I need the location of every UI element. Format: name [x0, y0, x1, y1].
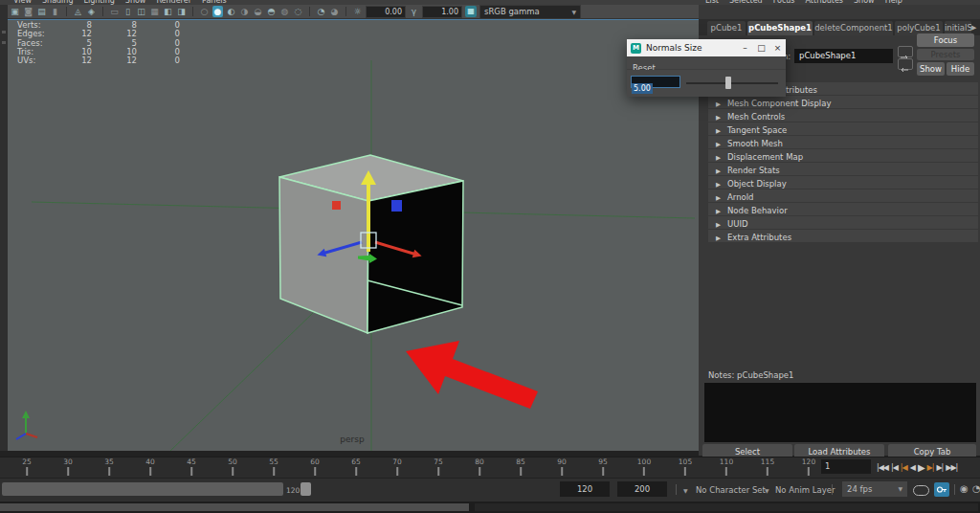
hide-button[interactable]: Hide [947, 62, 974, 76]
node-name-field[interactable]: pCubeShape1 [794, 49, 893, 63]
chevron-right-icon: ▶ [716, 141, 721, 148]
gate-mask-icon[interactable]: ◫ [136, 6, 146, 17]
clock-icon[interactable]: ◔ [972, 483, 980, 494]
close-icon[interactable]: × [769, 39, 786, 56]
section-mesh-component-display[interactable]: ▶Mesh Component Display [708, 96, 978, 108]
smooth-shade-icon[interactable]: ● [212, 6, 223, 17]
tab-deletecomponent1[interactable]: deleteComponent1 [814, 21, 893, 35]
use-all-lights-icon[interactable]: ◒ [253, 6, 263, 17]
wireframe-on-shaded-icon[interactable]: ◐ [226, 6, 236, 17]
tab-pcubeshape1[interactable]: pCubeShape1 [747, 21, 813, 35]
playback-start-field[interactable]: 120 [560, 481, 610, 497]
perspective-viewport[interactable]: Verts:880 Edges:12120 Faces:550 Tris:101… [8, 19, 699, 451]
auto-key-icon[interactable] [934, 482, 949, 497]
section-extra-attributes[interactable]: ▶Extra Attributes [708, 230, 978, 242]
playback-range-bar[interactable] [2, 482, 283, 496]
resolution-gate-icon[interactable]: ▯ [122, 6, 133, 17]
manipulator-plane-x-icon[interactable] [332, 201, 341, 210]
loop-toggle-icon[interactable] [913, 485, 929, 496]
section-displacement-map[interactable]: ▶Displacement Map [708, 149, 978, 162]
view-transform-value: sRGB gamma [484, 6, 540, 18]
slider-handle[interactable] [725, 77, 731, 89]
maximize-icon[interactable]: □ [753, 39, 769, 56]
chevron-down-icon: ▼ [898, 481, 902, 497]
safe-action-icon[interactable]: ◧ [163, 6, 173, 17]
image-plane-icon[interactable]: ◬ [73, 6, 83, 17]
camera-attributes-icon[interactable]: ▤ [36, 6, 47, 17]
list-input-connections-icon[interactable] [898, 46, 913, 57]
bookmarks-icon[interactable]: ▮ [50, 6, 60, 17]
section-uuid[interactable]: ▶UUID [708, 216, 978, 229]
section-arnold[interactable]: ▶Arnold [708, 190, 978, 202]
tab-pcube1[interactable]: pCube1 [707, 21, 746, 35]
ssao-icon[interactable]: ◍ [279, 6, 290, 17]
go-to-end-button[interactable]: ▶▶| [946, 463, 957, 472]
range-end-handle[interactable] [301, 482, 311, 496]
xray-icon[interactable]: ◕ [329, 6, 340, 17]
step-forward-key-button[interactable]: ▶| [936, 463, 943, 472]
anim-layer-selector[interactable]: No Anim Layer [775, 485, 835, 495]
select-camera-icon[interactable]: ▣ [10, 6, 20, 17]
fps-dropdown[interactable]: 24 fps ▼ [842, 481, 907, 497]
film-gate-icon[interactable]: ▭ [109, 6, 120, 17]
toolbar-separator [102, 7, 103, 16]
timeline-tick: 40 [145, 458, 155, 476]
play-backward-button[interactable]: ◀ [910, 463, 915, 472]
section-object-display[interactable]: ▶Object Display [708, 176, 978, 189]
presets-button[interactable]: Presets [917, 49, 974, 60]
pan-zoom-icon[interactable]: ◈ [86, 6, 97, 17]
manipulator-plane-z-icon[interactable] [391, 200, 402, 212]
exposure-icon[interactable]: ☼ [352, 6, 363, 17]
exposure-field[interactable]: 0.00 [366, 6, 406, 18]
preferences-icon[interactable]: ◉ [960, 483, 969, 494]
focus-button[interactable]: Focus [917, 33, 974, 47]
chevron-right-icon: ▶ [716, 208, 721, 215]
motion-blur-icon[interactable]: ◌ [293, 6, 303, 17]
playback-end-field[interactable]: 200 [617, 481, 667, 497]
time-slider[interactable]: 25 30 35 40 45 50 55 60 65 70 75 80 85 9… [0, 457, 980, 478]
notes-field[interactable] [704, 383, 976, 442]
show-button[interactable]: Show [917, 62, 945, 76]
hud-row: UVs:12120 [17, 56, 180, 65]
step-back-frame-button[interactable]: |◀ [901, 463, 907, 472]
section-render-stats[interactable]: ▶Render Stats [708, 163, 978, 175]
current-frame-field[interactable]: 1 [821, 459, 871, 474]
minimize-icon[interactable]: – [737, 39, 753, 56]
step-forward-frame-button[interactable]: ▶| [927, 463, 934, 472]
play-forward-button[interactable]: ▶ [918, 462, 924, 473]
chevron-down-icon[interactable]: ▼ [683, 487, 688, 494]
safe-title-icon[interactable]: ◨ [176, 6, 187, 17]
timeline-tick: 60 [310, 458, 320, 476]
chevron-right-icon: ▶ [716, 221, 721, 229]
gamma-icon[interactable]: γ [409, 6, 419, 17]
step-back-key-button[interactable]: |◀ [891, 463, 898, 472]
textured-icon[interactable]: ◑ [239, 6, 250, 17]
multisample-icon[interactable]: ◔ [316, 6, 326, 17]
gamma-field[interactable]: 1.00 [422, 6, 462, 18]
maya-logo-icon: M [631, 43, 641, 54]
section-tangent-space[interactable]: ▶Tangent Space [708, 123, 978, 135]
section-mesh-controls[interactable]: ▶Mesh Controls [708, 109, 978, 122]
timeline-tick: 70 [392, 458, 402, 476]
tab-scroll-right-icon[interactable]: ▶ [971, 24, 976, 32]
color-management-icon[interactable]: ▦ [465, 6, 477, 17]
section-node-behavior[interactable]: ▶Node Behavior [708, 203, 978, 215]
lock-camera-icon[interactable]: ◙ [23, 6, 33, 17]
go-to-start-button[interactable]: |◀◀ [877, 463, 888, 472]
dialog-titlebar[interactable]: M Normals Size – □ × [627, 39, 786, 56]
viewport-canvas[interactable] [8, 20, 699, 451]
timeline-tick: 80 [475, 458, 484, 476]
normals-size-slider[interactable] [686, 82, 778, 84]
list-output-connections-icon[interactable] [898, 58, 913, 70]
chevron-down-icon[interactable]: ▼ [765, 487, 769, 494]
wireframe-icon[interactable]: ○ [199, 6, 210, 17]
command-line-input[interactable] [0, 503, 469, 511]
field-chart-icon[interactable]: ▦ [149, 6, 160, 17]
normals-size-field[interactable]: 5.00 [631, 76, 680, 88]
chevron-down-icon: ▼ [571, 6, 576, 18]
section-smooth-mesh[interactable]: ▶Smooth Mesh [708, 136, 978, 148]
character-set-selector[interactable]: No Character Set [696, 485, 766, 495]
view-transform-dropdown[interactable]: sRGB gamma ▼ [479, 5, 581, 19]
shadows-icon[interactable]: ◓ [266, 6, 277, 17]
timeline-tick: 50 [228, 458, 237, 476]
